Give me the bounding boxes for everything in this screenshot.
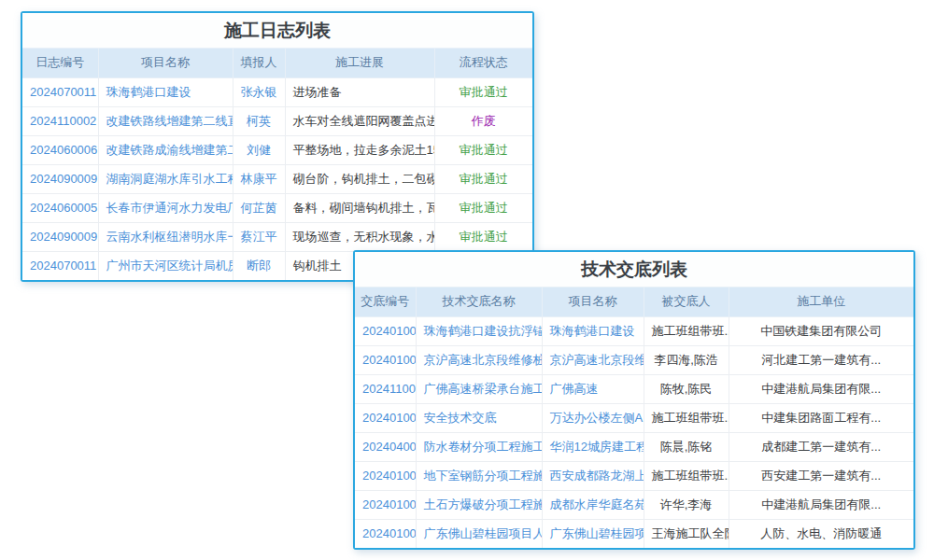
log-table-row: 2024060006改建铁路成渝线增建第二...刘健平整场地，拉走多余泥土15.… (22, 135, 532, 164)
log-progress-text: 平整场地，拉走多余泥土15... (285, 135, 434, 164)
log-id-link[interactable]: 2024060006 (22, 135, 98, 164)
log-project-link[interactable]: 湖南洞庭湖水库引水工程... (98, 164, 233, 193)
disclosure-project-link[interactable]: 万达办公楼左侧A... (542, 403, 644, 432)
disclosure_table-col-header: 交底编号 (355, 287, 416, 316)
disclosure-name-link[interactable]: 地下室钢筋分项工程施工... (416, 461, 542, 490)
disclosure-id-link[interactable]: 2024010001 (355, 519, 416, 548)
disclosure-id-link[interactable]: 2024010002 (355, 490, 416, 519)
log-table-row: 2024090009云南水利枢纽潜明水库一...蔡江平现场巡查，无积水现象，水.… (22, 222, 532, 251)
log-reporter-link[interactable]: 林康平 (233, 164, 285, 193)
disclosure-unit-text: 中建集团路面工程有... (729, 403, 913, 432)
disclosure-unit-text: 中建港航局集团有限... (729, 374, 913, 403)
log-progress-text: 现场巡查，无积水现象，水... (285, 222, 434, 251)
log-project-link[interactable]: 云南水利枢纽潜明水库一... (98, 222, 233, 251)
construction-log-title: 施工日志列表 (22, 13, 532, 49)
disclosure-name-link[interactable]: 京沪高速北京段维修桩帽... (416, 345, 542, 374)
disclosure-project-link[interactable]: 成都水岸华庭名苑... (542, 490, 644, 519)
log-status-badge: 审批通过 (434, 164, 532, 193)
disclosure-name-link[interactable]: 防水卷材分项工程施工技... (416, 432, 542, 461)
disclosure_table-col-header: 被交底人 (644, 287, 729, 316)
log-progress-text: 备料，砌间墙钩机排土，瓦... (285, 193, 434, 222)
tech-disclosure-panel: 技术交底列表 交底编号技术交底名称项目名称被交底人施工单位 2024010003… (353, 250, 915, 550)
disclosure_table-col-header: 项目名称 (542, 287, 644, 316)
log-project-link[interactable]: 珠海鹤港口建设 (98, 77, 233, 106)
disclosure-project-link[interactable]: 华润12城房建工程... (542, 432, 644, 461)
log-reporter-link[interactable]: 蔡江平 (233, 222, 285, 251)
log-project-link[interactable]: 改建铁路线增建第二线直... (98, 106, 233, 135)
disclosure-id-link[interactable]: 2024010002 (355, 461, 416, 490)
log_table-col-header: 日志编号 (22, 49, 98, 77)
log-id-link[interactable]: 2024060005 (22, 193, 98, 222)
disclosure-id-link[interactable]: 2024010004 (355, 345, 416, 374)
log-reporter-link[interactable]: 断郎 (233, 251, 285, 280)
log-id-link[interactable]: 2024110002 (22, 106, 98, 135)
log-table-row: 2024090009湖南洞庭湖水库引水工程...林康平砌台阶，钩机排土，二包砌.… (22, 164, 532, 193)
disclosure-unit-text: 成都建工第一建筑有... (729, 432, 913, 461)
construction-log-table: 日志编号项目名称填报人施工进展流程状态 2024070011珠海鹤港口建设张永银… (22, 49, 532, 280)
log-project-link[interactable]: 改建铁路成渝线增建第二... (98, 135, 233, 164)
disclosure-person-text: 李四海,陈浩 (644, 345, 729, 374)
tech-disclosure-header: 交底编号技术交底名称项目名称被交底人施工单位 (355, 287, 913, 316)
log_table-col-header: 填报人 (233, 49, 285, 77)
disclosure-project-link[interactable]: 京沪高速北京段维修 (542, 345, 644, 374)
disclosure-person-text: 陈晨,陈铭 (644, 432, 729, 461)
log-id-link[interactable]: 2024090009 (22, 222, 98, 251)
log_table-col-header: 流程状态 (434, 49, 532, 77)
construction-log-header: 日志编号项目名称填报人施工进展流程状态 (22, 49, 532, 77)
disclosure-person-text: 陈牧,陈民 (644, 374, 729, 403)
disclosure-id-link[interactable]: 2024110001 (355, 374, 416, 403)
log-status-badge: 审批通过 (434, 222, 532, 251)
disclosure_table-col-header: 技术交底名称 (416, 287, 542, 316)
log-reporter-link[interactable]: 刘健 (233, 135, 285, 164)
disclosure-table-row: 2024010004京沪高速北京段维修桩帽...京沪高速北京段维修李四海,陈浩河… (355, 345, 913, 374)
log-reporter-link[interactable]: 张永银 (233, 77, 285, 106)
log-project-link[interactable]: 广州市天河区统计局机房... (98, 251, 233, 280)
log-progress-text: 砌台阶，钩机排土，二包砌... (285, 164, 434, 193)
tech-disclosure-title: 技术交底列表 (355, 252, 913, 287)
disclosure-project-link[interactable]: 珠海鹤港口建设 (542, 316, 644, 345)
disclosure-id-link[interactable]: 2024010003 (355, 316, 416, 345)
log-table-row: 2024070011珠海鹤港口建设张永银进场准备审批通过 (22, 77, 532, 106)
log-id-link[interactable]: 2024070011 (22, 77, 98, 106)
disclosure-table-row: 2024010001广东佛山碧桂园项目人防...广东佛山碧桂园项目王海施工队全队… (355, 519, 913, 548)
disclosure-name-link[interactable]: 土石方爆破分项工程施工... (416, 490, 542, 519)
log-progress-text: 水车对全线遮阳网覆盖点进... (285, 106, 434, 135)
disclosure-name-link[interactable]: 安全技术交底 (416, 403, 542, 432)
log-reporter-link[interactable]: 柯英 (233, 106, 285, 135)
log-id-link[interactable]: 2024090009 (22, 164, 98, 193)
disclosure-person-text: 王海施工队全队 (644, 519, 729, 548)
disclosure-unit-text: 中建港航局集团有限... (729, 490, 913, 519)
log-status-badge: 作废 (434, 106, 532, 135)
disclosure-person-text: 许华,李海 (644, 490, 729, 519)
disclosure-person-text: 施工班组带班... (644, 403, 729, 432)
disclosure-unit-text: 人防、水电、消防暖通 (729, 519, 913, 548)
log-status-badge: 审批通过 (434, 135, 532, 164)
disclosure-id-link[interactable]: 2024010003 (355, 403, 416, 432)
disclosure-table-row: 2024010002土石方爆破分项工程施工...成都水岸华庭名苑...许华,李海… (355, 490, 913, 519)
disclosure-name-link[interactable]: 广东佛山碧桂园项目人防... (416, 519, 542, 548)
log-table-row: 2024060005长春市伊通河水力发电厂...何芷茵备料，砌间墙钩机排土，瓦.… (22, 193, 532, 222)
disclosure-project-link[interactable]: 广东佛山碧桂园项目 (542, 519, 644, 548)
tech-disclosure-table: 交底编号技术交底名称项目名称被交底人施工单位 2024010003珠海鹤港口建设… (355, 287, 913, 548)
log-reporter-link[interactable]: 何芷茵 (233, 193, 285, 222)
disclosure-unit-text: 中国铁建集团有限公司 (729, 316, 913, 345)
disclosure-table-row: 2024040001防水卷材分项工程施工技...华润12城房建工程...陈晨,陈… (355, 432, 913, 461)
log-status-badge: 审批通过 (434, 193, 532, 222)
disclosure_table-col-header: 施工单位 (729, 287, 913, 316)
disclosure-table-row: 2024110001广佛高速桥梁承台施工技...广佛高速陈牧,陈民中建港航局集团… (355, 374, 913, 403)
log-progress-text: 进场准备 (285, 77, 434, 106)
log-project-link[interactable]: 长春市伊通河水力发电厂... (98, 193, 233, 222)
disclosure-table-row: 2024010003安全技术交底万达办公楼左侧A...施工班组带班...中建集团… (355, 403, 913, 432)
disclosure-person-text: 施工班组带班... (644, 316, 729, 345)
disclosure-project-link[interactable]: 广佛高速 (542, 374, 644, 403)
disclosure-unit-text: 西安建工第一建筑有... (729, 461, 913, 490)
disclosure-unit-text: 河北建工第一建筑有... (729, 345, 913, 374)
disclosure-project-link[interactable]: 西安成都路龙湖上... (542, 461, 644, 490)
log_table-col-header: 项目名称 (98, 49, 233, 77)
log-id-link[interactable]: 2024070011 (22, 251, 98, 280)
disclosure-id-link[interactable]: 2024040001 (355, 432, 416, 461)
disclosure-table-row: 2024010002地下室钢筋分项工程施工...西安成都路龙湖上...施工班组带… (355, 461, 913, 490)
disclosure-name-link[interactable]: 珠海鹤港口建设抗浮锚杆... (416, 316, 542, 345)
disclosure-name-link[interactable]: 广佛高速桥梁承台施工技... (416, 374, 542, 403)
disclosure-table-row: 2024010003珠海鹤港口建设抗浮锚杆...珠海鹤港口建设施工班组带班...… (355, 316, 913, 345)
